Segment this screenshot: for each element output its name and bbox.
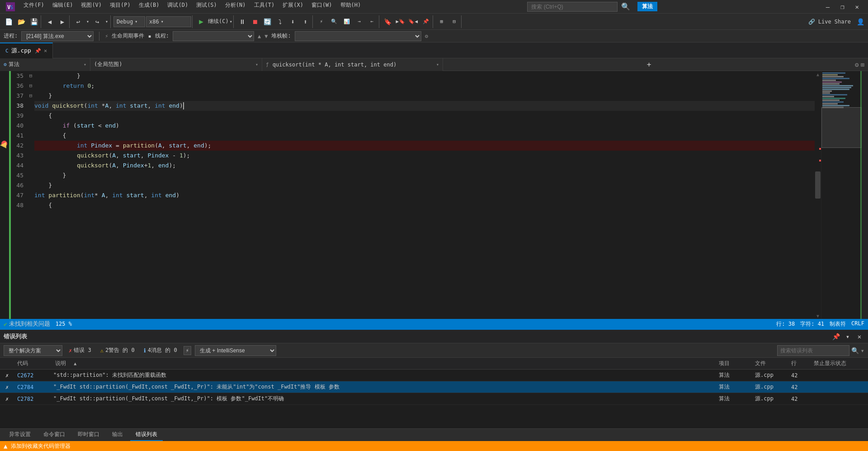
info-count-badge[interactable]: ℹ 4消息 的 0 — [141, 346, 180, 355]
menu-project[interactable]: 项目(P) — [106, 0, 134, 14]
menu-test[interactable]: 测试(S) — [193, 0, 221, 14]
bottom-status-text[interactable]: 添加到收藏夹代码管理器 — [11, 442, 71, 450]
step-out-button[interactable]: ⬆ — [300, 16, 311, 28]
panel-pin-button[interactable]: 📌 — [831, 332, 841, 342]
back-button[interactable]: ◀ — [44, 16, 56, 28]
menu-view[interactable]: 视图(V) — [77, 0, 105, 14]
scroll-thumb[interactable] — [815, 171, 821, 199]
analyze-btn1[interactable]: ⚡ — [316, 16, 327, 28]
col-file[interactable]: 文件 — [753, 360, 789, 367]
menu-analyze[interactable]: 分析(N) — [222, 0, 250, 14]
menu-help[interactable]: 帮助(H) — [337, 0, 365, 14]
function-dropdown[interactable]: ƒ quicksort(int * A, int start, int end)… — [262, 58, 443, 71]
step-over-button[interactable]: ⤵ — [274, 16, 286, 28]
restart-button[interactable]: 🔄 — [262, 16, 274, 28]
platform-dropdown[interactable]: x86 ▾ — [146, 16, 191, 27]
fold-40[interactable]: ⊟ — [27, 81, 34, 91]
menu-extensions[interactable]: 扩展(X) — [279, 0, 307, 14]
analyze-btn4[interactable]: → — [354, 16, 365, 28]
filter-special-button[interactable]: ⚡ — [184, 346, 191, 355]
process-dropdown[interactable]: [2148] 算法.exe — [21, 31, 94, 41]
bookmark-btn2[interactable]: ▶🔖 — [395, 16, 406, 28]
forward-button[interactable]: ▶ — [57, 16, 68, 28]
nav-settings-icon[interactable]: ⚙ — [855, 61, 859, 68]
fold-47[interactable]: ⊟ — [27, 91, 34, 101]
stack-dropdown[interactable] — [295, 31, 421, 41]
global-search-input[interactable] — [527, 2, 618, 12]
col-line[interactable]: 行 — [789, 360, 812, 367]
status-line[interactable]: 行: 38 — [776, 320, 795, 328]
tab-close-button[interactable]: ✕ — [44, 47, 47, 54]
nav-expand-icon[interactable]: ⊞ — [861, 61, 864, 68]
tab-source-cpp[interactable]: C 源.cpp 📌 ✕ — [0, 43, 53, 58]
lifecycle-label[interactable]: 生命周期事件 — [112, 32, 144, 40]
build-mode-dropdown[interactable]: 生成 + IntelliSense — [195, 345, 276, 356]
menu-file[interactable]: 文件(F) — [20, 0, 48, 14]
col-project[interactable]: 项目 — [717, 360, 753, 367]
bottom-tab-command[interactable]: 命令窗口 — [38, 429, 71, 441]
fold-38[interactable]: ⊟ — [27, 71, 34, 81]
pause-button[interactable]: ⏸ — [236, 16, 248, 28]
error-row-2[interactable]: ✗ C2784 "_FwdIt std::partition(_FwdIt,co… — [0, 381, 868, 393]
status-tab[interactable]: 制表符 — [830, 320, 846, 328]
scope-filter-dropdown[interactable]: 整个解决方案 — [4, 345, 62, 356]
step-into-button[interactable]: ⬇ — [287, 16, 299, 28]
panel-dropdown-button[interactable]: ▾ — [843, 332, 853, 342]
thread-nav1[interactable]: ▲ — [258, 33, 261, 39]
maximize-button[interactable]: ❐ — [835, 1, 849, 12]
code-content[interactable]: } return 0; } void quicksort(int *A, int… — [34, 71, 815, 319]
minimap-viewport[interactable] — [821, 107, 862, 148]
menu-edit[interactable]: 编辑(E) — [49, 0, 77, 14]
panel-close-button[interactable]: ✕ — [854, 332, 864, 342]
scroll-up-arrow[interactable]: ▲ — [815, 71, 821, 77]
live-share-button[interactable]: 🔗 Live Share — [808, 19, 851, 25]
menu-debug[interactable]: 调试(D) — [164, 0, 192, 14]
nav-plus-button[interactable]: + — [643, 60, 655, 69]
col-code[interactable]: 代码 — [15, 360, 52, 367]
bottom-tab-errors[interactable]: 错误列表 — [130, 429, 163, 441]
misc-btn2[interactable]: ⊟ — [448, 16, 460, 28]
global-scope-dropdown[interactable]: (全局范围) ▾ — [90, 58, 262, 71]
status-no-issues[interactable]: ✔ 未找到相关问题 — [4, 320, 50, 328]
analyze-btn5[interactable]: ← — [366, 16, 378, 28]
redo-button[interactable]: ↪ — [91, 16, 103, 28]
user-icon[interactable]: 👤 — [854, 16, 866, 28]
search-icon[interactable]: 🔍 — [621, 2, 630, 11]
scroll-down-arrow[interactable]: ▼ — [815, 313, 821, 319]
analyze-btn3[interactable]: 📊 — [341, 16, 353, 28]
analyze-btn2[interactable]: 🔍 — [328, 16, 340, 28]
undo-button[interactable]: ↩ — [72, 16, 84, 28]
save-all-button[interactable]: 💾 — [28, 16, 40, 28]
error-search-input[interactable] — [777, 345, 849, 356]
status-line-ending[interactable]: CRLF — [851, 320, 864, 328]
scope-dropdown[interactable]: ⚙ 算法 ▾ — [0, 58, 90, 71]
undo-dropdown[interactable]: ▾ — [85, 16, 90, 28]
scroll-track[interactable] — [815, 77, 821, 313]
bottom-tab-output[interactable]: 输出 — [107, 429, 128, 441]
thread-nav2[interactable]: ▼ — [264, 33, 268, 39]
tab-pin-icon[interactable]: 📌 — [35, 48, 41, 54]
col-desc[interactable]: 说明 ▲ — [52, 360, 717, 367]
error-row-3[interactable]: ✗ C2782 "_FwdIt std::partition(_FwdIt,co… — [0, 393, 868, 405]
menu-build[interactable]: 生成(B) — [135, 0, 163, 14]
col-suppress[interactable]: 禁止显示状态 — [812, 360, 866, 367]
error-search-dropdown[interactable]: ▾ — [861, 347, 864, 354]
error-row-1[interactable]: ✗ C2672 "std::partition": 未找到匹配的重载函数 算法 … — [0, 370, 868, 381]
status-char[interactable]: 字符: 41 — [800, 320, 824, 328]
misc-btn1[interactable]: ⊞ — [436, 16, 448, 28]
new-file-button[interactable]: 📄 — [3, 16, 14, 28]
stop-button[interactable]: ⏹ — [249, 16, 261, 28]
menu-window[interactable]: 窗口(W) — [308, 0, 336, 14]
error-search-icon[interactable]: 🔍 — [851, 347, 859, 354]
minimize-button[interactable]: — — [821, 1, 835, 12]
bookmark-btn4[interactable]: 📌 — [420, 16, 432, 28]
bottom-tab-exceptions[interactable]: 异常设置 — [4, 429, 36, 441]
debug-config-dropdown[interactable]: Debug ▾ — [113, 16, 145, 27]
warning-count-badge[interactable]: ⚠ 2警告 的 0 — [98, 346, 137, 355]
bottom-tab-immediate[interactable]: 即时窗口 — [72, 429, 105, 441]
bookmark-btn3[interactable]: 🔖◀ — [407, 16, 419, 28]
zoom-level[interactable]: 125 % — [56, 321, 72, 327]
continue-button[interactable]: ▶ — [195, 16, 207, 28]
thread-dropdown[interactable] — [173, 31, 254, 41]
error-count-badge[interactable]: ✗ 错误 3 — [66, 346, 94, 355]
